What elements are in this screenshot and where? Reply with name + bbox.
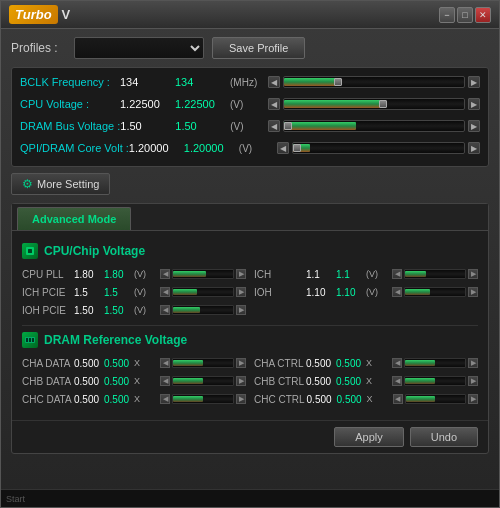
- ich-pcie-left[interactable]: ◀: [160, 287, 170, 297]
- dram-section-title: DRAM Reference Voltage: [44, 333, 187, 347]
- dram-slider-thumb[interactable]: [284, 122, 292, 130]
- chc-ctrl-track[interactable]: [405, 394, 466, 404]
- maximize-button[interactable]: □: [457, 7, 473, 23]
- chb-data-track[interactable]: [172, 376, 234, 386]
- ioh-pcie-track[interactable]: [172, 305, 234, 315]
- more-setting-button[interactable]: ⚙ More Setting: [11, 173, 110, 195]
- cpu-pll-label: CPU PLL: [22, 269, 72, 280]
- ich-right[interactable]: ▶: [468, 269, 478, 279]
- cha-data-right[interactable]: ▶: [236, 358, 246, 368]
- logo-badge: Turbo: [9, 5, 58, 24]
- ich-val2: 1.1: [336, 269, 364, 280]
- dram-slider-left[interactable]: ◀: [268, 120, 280, 132]
- bclk-slider-right[interactable]: ▶: [468, 76, 480, 88]
- cpu-voltage-label: CPU Voltage :: [20, 98, 120, 110]
- minimize-button[interactable]: −: [439, 7, 455, 23]
- cha-ctrl-left[interactable]: ◀: [392, 358, 402, 368]
- cpu-pll-right[interactable]: ▶: [236, 269, 246, 279]
- ich-pcie-right[interactable]: ▶: [236, 287, 246, 297]
- cha-ctrl-fill: [405, 360, 435, 366]
- cpu-pll-left[interactable]: ◀: [160, 269, 170, 279]
- ioh-right[interactable]: ▶: [468, 287, 478, 297]
- chb-data-label: CHB DATA: [22, 376, 72, 387]
- chb-ctrl-row: CHB CTRL 0.500 0.500 X ◀ ▶: [254, 372, 478, 390]
- dram-slider-right[interactable]: ▶: [468, 120, 480, 132]
- ioh-track[interactable]: [404, 287, 466, 297]
- chc-ctrl-fill: [406, 396, 436, 402]
- chc-ctrl-val2: 0.500: [337, 394, 365, 405]
- cpu-pll-fill: [173, 271, 206, 277]
- ioh-val2: 1.10: [336, 287, 364, 298]
- ich-pcie-track[interactable]: [172, 287, 234, 297]
- chb-ctrl-track[interactable]: [404, 376, 466, 386]
- chc-data-label: CHC DATA: [22, 394, 72, 405]
- qpi-slider-left[interactable]: ◀: [277, 142, 289, 154]
- ioh-left[interactable]: ◀: [392, 287, 402, 297]
- dram-params-grid: CHA DATA 0.500 0.500 X ◀ ▶ CHB DATA: [22, 354, 478, 408]
- chc-ctrl-slider: ◀ ▶: [393, 394, 478, 404]
- cha-data-left[interactable]: ◀: [160, 358, 170, 368]
- cpu-icon: [24, 245, 36, 257]
- cpu-voltage-slider-track[interactable]: [283, 98, 465, 110]
- cpu-voltage-slider-fill: [284, 100, 383, 108]
- apply-button[interactable]: Apply: [334, 427, 404, 447]
- chb-ctrl-left[interactable]: ◀: [392, 376, 402, 386]
- chb-data-right[interactable]: ▶: [236, 376, 246, 386]
- cha-data-label: CHA DATA: [22, 358, 72, 369]
- cha-ctrl-unit: X: [366, 358, 390, 368]
- title-bar: Turbo V − □ ✕: [1, 1, 499, 29]
- close-button[interactable]: ✕: [475, 7, 491, 23]
- chb-ctrl-right[interactable]: ▶: [468, 376, 478, 386]
- profile-label: Profiles :: [11, 41, 66, 55]
- chc-data-left[interactable]: ◀: [160, 394, 170, 404]
- ioh-slider: ◀ ▶: [392, 287, 478, 297]
- undo-button[interactable]: Undo: [410, 427, 478, 447]
- ioh-pcie-left[interactable]: ◀: [160, 305, 170, 315]
- cha-ctrl-row: CHA CTRL 0.500 0.500 X ◀ ▶: [254, 354, 478, 372]
- chb-ctrl-fill: [405, 378, 435, 384]
- dram-slider-track[interactable]: [283, 120, 465, 132]
- cha-ctrl-track[interactable]: [404, 358, 466, 368]
- gear-icon: ⚙: [22, 177, 33, 191]
- ich-left[interactable]: ◀: [392, 269, 402, 279]
- cpu-voltage-slider-right[interactable]: ▶: [468, 98, 480, 110]
- chc-data-right[interactable]: ▶: [236, 394, 246, 404]
- chb-ctrl-label: CHB CTRL: [254, 376, 304, 387]
- cpu-voltage-slider-thumb[interactable]: [379, 100, 387, 108]
- bclk-slider-thumb[interactable]: [334, 78, 342, 86]
- ich-pcie-val1: 1.5: [74, 287, 102, 298]
- chc-data-track[interactable]: [172, 394, 234, 404]
- ioh-pcie-slider: ◀ ▶: [160, 305, 246, 315]
- bclk-slider-left[interactable]: ◀: [268, 76, 280, 88]
- chc-data-unit: X: [134, 394, 158, 404]
- ioh-pcie-right[interactable]: ▶: [236, 305, 246, 315]
- cha-ctrl-right[interactable]: ▶: [468, 358, 478, 368]
- cpu-section-title: CPU/Chip Voltage: [44, 244, 145, 258]
- qpi-label: QPI/DRAM Core Volt :: [20, 142, 129, 154]
- bclk-slider-track[interactable]: [283, 76, 465, 88]
- ich-track[interactable]: [404, 269, 466, 279]
- save-profile-button[interactable]: Save Profile: [212, 37, 305, 59]
- chb-data-left[interactable]: ◀: [160, 376, 170, 386]
- dram-slider-container: ◀ ▶: [268, 120, 480, 132]
- chc-ctrl-left[interactable]: ◀: [393, 394, 403, 404]
- cpu-voltage-slider-left[interactable]: ◀: [268, 98, 280, 110]
- more-setting-label: More Setting: [37, 178, 99, 190]
- profile-dropdown[interactable]: [74, 37, 204, 59]
- qpi-slider-thumb[interactable]: [293, 144, 301, 152]
- cha-data-track[interactable]: [172, 358, 234, 368]
- cpu-pll-track[interactable]: [172, 269, 234, 279]
- advanced-mode-tab[interactable]: Advanced Mode: [17, 207, 131, 230]
- cpu-col2: ICH 1.1 1.1 (V) ◀ ▶ IOH 1: [254, 265, 478, 319]
- qpi-slider-right[interactable]: ▶: [468, 142, 480, 154]
- cpu-voltage-val2: 1.22500: [175, 98, 230, 110]
- section-divider: [22, 325, 478, 326]
- chb-data-fill: [173, 378, 203, 384]
- qpi-slider-track[interactable]: [292, 142, 465, 154]
- bclk-row: BCLK Frequency : 134 134 (MHz) ◀ ▶: [20, 73, 480, 91]
- chb-ctrl-slider: ◀ ▶: [392, 376, 478, 386]
- cpu-pll-row: CPU PLL 1.80 1.80 (V) ◀ ▶: [22, 265, 246, 283]
- chc-ctrl-right[interactable]: ▶: [468, 394, 478, 404]
- window-controls: − □ ✕: [439, 7, 491, 23]
- qpi-slider-fill: [293, 144, 310, 152]
